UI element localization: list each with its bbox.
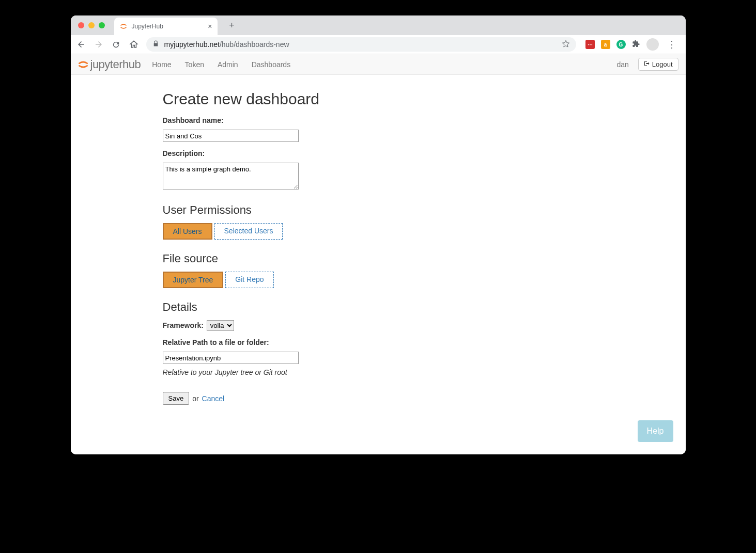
- lock-icon: [152, 40, 159, 49]
- framework-label: Framework:: [163, 321, 204, 329]
- jupyter-logo-icon: [78, 59, 88, 70]
- username: dan: [616, 60, 628, 69]
- extension-icon-3[interactable]: G: [616, 40, 626, 49]
- maximize-window-button[interactable]: [99, 22, 105, 28]
- address-bar: myjupyterhub.net/hub/dashboards-new ⋯ a …: [71, 35, 686, 54]
- cancel-link[interactable]: Cancel: [202, 394, 225, 403]
- back-button[interactable]: [76, 39, 86, 50]
- jupyterhub-logo[interactable]: jupyterhub: [78, 58, 141, 71]
- jupyterhub-navbar: jupyterhub Home Token Admin Dashboards d…: [71, 54, 686, 75]
- relative-path-hint: Relative to your Jupyter tree or Git roo…: [163, 368, 433, 376]
- form-container: Create new dashboard Dashboard name: Des…: [71, 75, 433, 405]
- permissions-selected-users[interactable]: Selected Users: [214, 223, 283, 240]
- logout-button[interactable]: Logout: [638, 58, 678, 71]
- save-button[interactable]: Save: [163, 392, 190, 405]
- page-title: Create new dashboard: [163, 90, 433, 108]
- filesource-jupyter-tree[interactable]: Jupyter Tree: [163, 272, 224, 288]
- extension-icons: ⋯ a G ⋮: [583, 38, 681, 51]
- permissions-radio-group: All Users Selected Users: [163, 223, 433, 240]
- relative-path-input[interactable]: [163, 352, 299, 364]
- relative-path-label: Relative Path to a file or folder:: [163, 338, 433, 346]
- browser-menu-button[interactable]: ⋮: [665, 39, 678, 50]
- tab-title: JupyterHub: [132, 23, 163, 30]
- dashboard-name-input[interactable]: [163, 130, 299, 142]
- home-button[interactable]: [129, 39, 139, 50]
- logout-icon: [644, 60, 650, 68]
- file-source-heading: File source: [163, 252, 433, 265]
- user-permissions-heading: User Permissions: [163, 203, 433, 217]
- logout-label: Logout: [652, 60, 673, 68]
- description-input[interactable]: [163, 163, 299, 189]
- browser-tab[interactable]: JupyterHub ×: [114, 18, 218, 35]
- bookmark-star-icon[interactable]: [562, 40, 570, 50]
- window-titlebar: JupyterHub × +: [71, 15, 686, 35]
- url-text: myjupyterhub.net/hub/dashboards-new: [164, 40, 289, 49]
- extensions-puzzle-icon[interactable]: [632, 40, 640, 50]
- permissions-all-users[interactable]: All Users: [163, 223, 212, 240]
- forward-button[interactable]: [94, 39, 104, 50]
- filesource-radio-group: Jupyter Tree Git Repo: [163, 272, 433, 288]
- close-tab-button[interactable]: ×: [208, 22, 212, 30]
- extension-icon-2[interactable]: a: [601, 40, 610, 49]
- framework-select[interactable]: voila: [207, 320, 234, 331]
- nav-home[interactable]: Home: [152, 60, 171, 69]
- new-tab-button[interactable]: +: [225, 18, 239, 33]
- dashboard-name-label: Dashboard name:: [163, 116, 433, 124]
- nav-admin[interactable]: Admin: [218, 60, 238, 69]
- minimize-window-button[interactable]: [88, 22, 95, 28]
- nav-links: Home Token Admin Dashboards: [152, 60, 290, 69]
- or-text: or: [192, 394, 198, 403]
- profile-avatar[interactable]: [646, 38, 659, 51]
- help-button[interactable]: Help: [638, 420, 673, 442]
- close-window-button[interactable]: [78, 22, 84, 28]
- filesource-git-repo[interactable]: Git Repo: [225, 272, 273, 288]
- url-input[interactable]: myjupyterhub.net/hub/dashboards-new: [146, 37, 576, 52]
- jupyter-favicon: [119, 22, 128, 30]
- reload-button[interactable]: [111, 39, 121, 50]
- nav-dashboards[interactable]: Dashboards: [252, 60, 291, 69]
- traffic-lights: [78, 22, 105, 28]
- logo-text: jupyterhub: [90, 58, 141, 71]
- nav-token[interactable]: Token: [185, 60, 204, 69]
- details-heading: Details: [163, 301, 433, 314]
- extension-icon-1[interactable]: ⋯: [585, 40, 595, 49]
- page-content: jupyterhub Home Token Admin Dashboards d…: [71, 54, 686, 454]
- browser-window: JupyterHub × + myjupyterhub.net/hub/dash…: [71, 15, 686, 454]
- description-label: Description:: [163, 149, 433, 157]
